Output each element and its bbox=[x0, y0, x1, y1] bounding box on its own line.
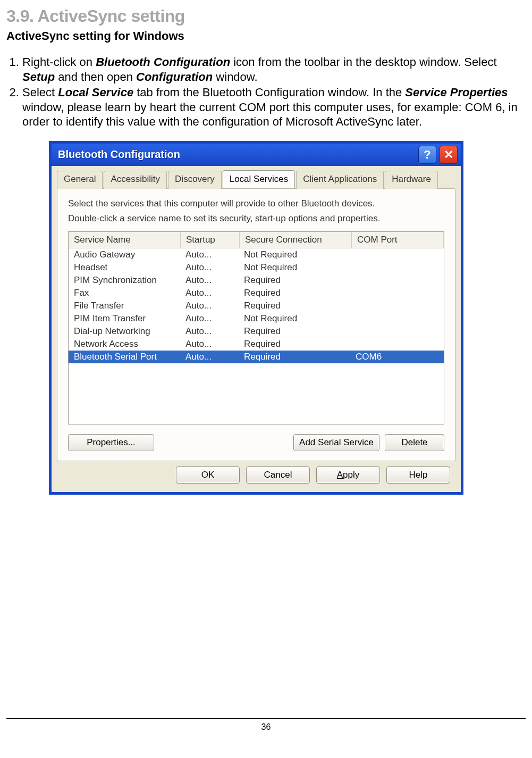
section-subheading: ActiveSync setting for Windows bbox=[6, 29, 526, 43]
step-2: Select Local Service tab from the Blueto… bbox=[22, 85, 526, 129]
table-cell: Auto... bbox=[180, 312, 239, 325]
table-cell: Headset bbox=[69, 261, 180, 274]
col-com-port[interactable]: COM Port bbox=[352, 232, 444, 248]
table-cell bbox=[350, 274, 444, 287]
table-cell: Dial-up Networking bbox=[69, 325, 180, 338]
table-cell: Bluetooth Serial Port bbox=[69, 351, 180, 363]
panel-description-2: Double-click a service name to set its s… bbox=[68, 213, 444, 224]
help-icon[interactable]: ? bbox=[418, 146, 436, 164]
table-cell: PIM Synchronization bbox=[69, 274, 180, 287]
dialog-buttons: OK Cancel Apply Help bbox=[52, 467, 461, 492]
table-cell: File Transfer bbox=[69, 299, 180, 312]
col-service-name[interactable]: Service Name bbox=[69, 232, 181, 248]
properties-button[interactable]: Properties... bbox=[68, 434, 154, 451]
help-button[interactable]: Help bbox=[386, 467, 450, 484]
table-row[interactable]: File TransferAuto...Required bbox=[69, 299, 444, 312]
page-number: 36 bbox=[6, 722, 526, 732]
window-title: Bluetooth Configuration bbox=[58, 148, 415, 161]
table-row[interactable]: HeadsetAuto...Not Required bbox=[69, 261, 444, 274]
table-cell: PIM Item Transfer bbox=[69, 312, 180, 325]
table-row[interactable]: FaxAuto...Required bbox=[69, 287, 444, 299]
table-cell: Audio Gateway bbox=[69, 248, 180, 261]
table-cell bbox=[350, 299, 444, 312]
panel-description-1: Select the services that this computer w… bbox=[68, 198, 444, 209]
table-cell: Auto... bbox=[180, 325, 239, 338]
table-cell: Required bbox=[239, 325, 350, 338]
table-row[interactable]: Network AccessAuto...Required bbox=[69, 338, 444, 351]
table-cell: Not Required bbox=[239, 248, 350, 261]
ok-button[interactable]: OK bbox=[176, 467, 240, 484]
table-row[interactable]: Dial-up NetworkingAuto...Required bbox=[69, 325, 444, 338]
table-cell bbox=[350, 312, 444, 325]
table-cell: Auto... bbox=[180, 351, 239, 363]
table-cell: Not Required bbox=[239, 312, 350, 325]
table-cell bbox=[350, 325, 444, 338]
step-1: Right-click on Bluetooth Configuration i… bbox=[22, 55, 526, 84]
table-cell: Required bbox=[239, 274, 350, 287]
table-header: Service Name Startup Secure Connection C… bbox=[69, 232, 444, 248]
table-cell: Required bbox=[239, 299, 350, 312]
table-cell bbox=[350, 287, 444, 299]
table-cell: Auto... bbox=[180, 274, 239, 287]
tab-accessibility[interactable]: Accessibility bbox=[104, 171, 167, 189]
close-icon[interactable]: ✕ bbox=[440, 146, 458, 164]
table-cell: Auto... bbox=[180, 248, 239, 261]
tab-discovery[interactable]: Discovery bbox=[168, 171, 222, 189]
steps-list: Right-click on Bluetooth Configuration i… bbox=[6, 55, 526, 129]
delete-button[interactable]: Delete bbox=[385, 434, 444, 451]
dialog-screenshot: Bluetooth Configuration ? ✕ GeneralAcces… bbox=[49, 141, 463, 495]
col-startup[interactable]: Startup bbox=[181, 232, 240, 248]
footer-rule bbox=[6, 718, 526, 719]
tab-general[interactable]: General bbox=[57, 171, 103, 189]
table-cell: Fax bbox=[69, 287, 180, 299]
apply-button[interactable]: Apply bbox=[316, 467, 380, 484]
table-row[interactable]: Bluetooth Serial PortAuto...RequiredCOM6 bbox=[69, 351, 444, 363]
table-cell bbox=[350, 261, 444, 274]
table-cell: COM6 bbox=[350, 351, 444, 363]
col-secure-connection[interactable]: Secure Connection bbox=[240, 232, 352, 248]
table-cell: Not Required bbox=[239, 261, 350, 274]
add-serial-service-button[interactable]: Add Serial Service bbox=[293, 434, 379, 451]
cancel-button[interactable]: Cancel bbox=[246, 467, 310, 484]
tab-strip: GeneralAccessibilityDiscoveryLocal Servi… bbox=[52, 166, 461, 188]
table-row[interactable]: PIM Item TransferAuto...Not Required bbox=[69, 312, 444, 325]
services-table[interactable]: Service Name Startup Secure Connection C… bbox=[68, 231, 444, 424]
tab-client-applications[interactable]: Client Applications bbox=[296, 171, 384, 189]
titlebar[interactable]: Bluetooth Configuration ? ✕ bbox=[52, 144, 461, 166]
table-row[interactable]: PIM SynchronizationAuto...Required bbox=[69, 274, 444, 287]
table-cell: Required bbox=[239, 287, 350, 299]
table-cell bbox=[350, 338, 444, 351]
table-cell: Required bbox=[239, 338, 350, 351]
section-heading: 3.9. ActiveSync setting bbox=[6, 6, 526, 26]
table-cell: Auto... bbox=[180, 287, 239, 299]
table-row[interactable]: Audio GatewayAuto...Not Required bbox=[69, 248, 444, 261]
table-cell: Required bbox=[239, 351, 350, 363]
table-cell: Auto... bbox=[180, 299, 239, 312]
tab-hardware[interactable]: Hardware bbox=[385, 171, 438, 189]
table-cell bbox=[350, 248, 444, 261]
table-cell: Auto... bbox=[180, 338, 239, 351]
tab-local-services[interactable]: Local Services bbox=[223, 170, 295, 188]
table-cell: Network Access bbox=[69, 338, 180, 351]
tab-panel-local-services: Select the services that this computer w… bbox=[57, 188, 455, 461]
table-cell: Auto... bbox=[180, 261, 239, 274]
